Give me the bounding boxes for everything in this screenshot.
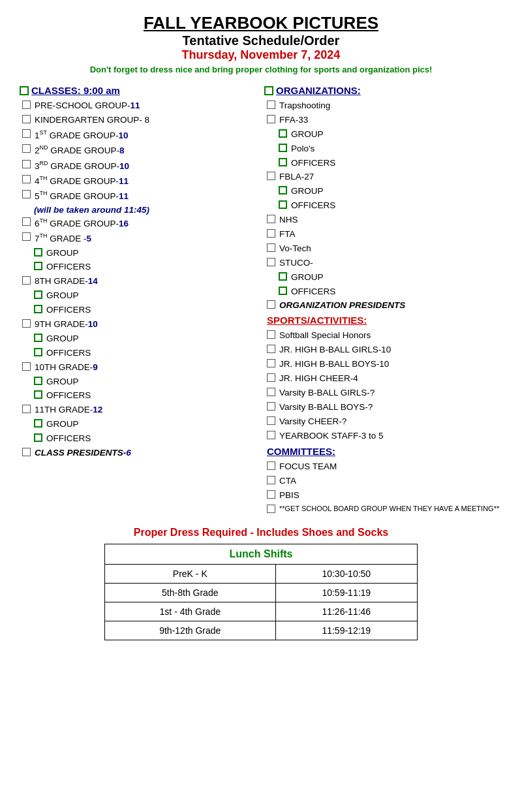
- list-item: OFFICERS: [264, 286, 502, 298]
- list-item: Vo-Tech: [264, 243, 502, 255]
- list-item: JR. HIGH CHEER-4: [264, 373, 502, 385]
- list-item: 10TH GRADE-9: [20, 362, 258, 374]
- item-checkbox[interactable]: [22, 276, 31, 285]
- item-checkbox-green[interactable]: [34, 348, 42, 356]
- table-row: 1st - 4th Grade 11:26-11:46: [105, 602, 418, 621]
- list-item: Trapshooting: [264, 100, 502, 112]
- classes-header: CLASSES: 9:00 am: [20, 85, 258, 96]
- item-checkbox-green[interactable]: [34, 419, 42, 428]
- list-item: 2ND GRADE GROUP-8: [20, 144, 258, 157]
- list-item: STUCO-: [264, 257, 502, 270]
- item-checkbox[interactable]: [267, 359, 275, 367]
- item-checkbox[interactable]: [267, 402, 275, 411]
- item-checkbox[interactable]: [22, 319, 31, 328]
- list-item: GROUP: [20, 333, 258, 345]
- item-checkbox[interactable]: [22, 115, 31, 123]
- list-item: 1ST GRADE GROUP-10: [20, 129, 258, 142]
- time-cell: 11:26-11:46: [275, 602, 417, 621]
- item-checkbox[interactable]: [267, 373, 275, 382]
- item-checkbox[interactable]: [267, 490, 275, 499]
- list-item: JR. HIGH B-BALL GIRLS-10: [264, 344, 502, 356]
- grade-cell: 5th-8th Grade: [105, 583, 276, 602]
- item-checkbox[interactable]: [267, 461, 275, 470]
- item-checkbox-green[interactable]: [34, 262, 42, 270]
- item-checkbox[interactable]: [267, 476, 275, 484]
- list-item: FFA-33: [264, 114, 502, 127]
- item-checkbox[interactable]: [267, 215, 275, 223]
- item-checkbox[interactable]: [22, 362, 31, 371]
- list-item: PBIS: [264, 490, 502, 502]
- item-checkbox[interactable]: [22, 175, 31, 183]
- item-checkbox[interactable]: [22, 217, 31, 226]
- item-checkbox[interactable]: [22, 232, 31, 241]
- left-column: CLASSES: 9:00 am PRE-SCHOOL GROUP-11 KIN…: [20, 85, 258, 516]
- list-item: OFFICERS: [20, 261, 258, 273]
- time-cell: 11:59-12:19: [275, 621, 417, 640]
- item-checkbox-green[interactable]: [34, 290, 42, 299]
- lunch-table-title: Lunch Shifts: [105, 544, 418, 564]
- organizations-checkbox[interactable]: [264, 86, 273, 95]
- table-row: 5th-8th Grade 10:59-11:19: [105, 583, 418, 602]
- list-item: 5TH GRADE GROUP-11: [20, 189, 258, 202]
- list-item: 4TH GRADE GROUP-11: [20, 174, 258, 187]
- list-item: GROUP: [20, 290, 258, 302]
- grade-cell: 9th-12th Grade: [105, 621, 276, 640]
- classes-checkbox[interactable]: [20, 86, 29, 95]
- item-checkbox[interactable]: [22, 101, 31, 109]
- table-row: 9th-12th Grade 11:59-12:19: [105, 621, 418, 640]
- item-checkbox-green[interactable]: [279, 200, 287, 209]
- organizations-header: ORGANIZATIONS:: [264, 85, 502, 96]
- item-checkbox[interactable]: [22, 129, 31, 138]
- item-checkbox[interactable]: [267, 243, 275, 252]
- item-checkbox[interactable]: [267, 388, 275, 396]
- proper-dress-notice: Proper Dress Required - Includes Shoes a…: [20, 527, 502, 539]
- list-item: 8TH GRADE-14: [20, 275, 258, 288]
- date-line: Thursday, November 7, 2024: [20, 48, 502, 62]
- item-checkbox-green[interactable]: [279, 158, 287, 166]
- list-item: FTA: [264, 228, 502, 241]
- sub-title: Tentative Schedule/Order: [20, 33, 502, 48]
- item-checkbox[interactable]: [267, 431, 275, 439]
- item-checkbox-green[interactable]: [34, 334, 42, 342]
- item-checkbox-green[interactable]: [279, 272, 287, 281]
- item-checkbox-green[interactable]: [279, 144, 287, 152]
- list-item: 7TH GRADE -5: [20, 232, 258, 245]
- list-item: OFFICERS: [20, 347, 258, 360]
- item-checkbox[interactable]: [267, 505, 275, 513]
- reminder-line: Don't forget to dress nice and bring pro…: [20, 65, 502, 74]
- item-checkbox-green[interactable]: [34, 433, 42, 442]
- item-checkbox[interactable]: [267, 258, 275, 266]
- item-checkbox[interactable]: [267, 416, 275, 425]
- list-item: NHS: [264, 214, 502, 226]
- item-checkbox-green[interactable]: [34, 305, 42, 313]
- item-checkbox-green[interactable]: [34, 248, 42, 257]
- item-checkbox[interactable]: [267, 345, 275, 353]
- item-checkbox-green[interactable]: [279, 186, 287, 195]
- right-column: ORGANIZATIONS: Trapshooting FFA-33 GROUP…: [264, 85, 502, 516]
- list-item: 11TH GRADE-12: [20, 404, 258, 416]
- item-checkbox[interactable]: [22, 405, 31, 413]
- item-checkbox-green[interactable]: [34, 377, 42, 385]
- org-presidents: ORGANIZATION PRESIDENTS: [264, 300, 502, 312]
- list-item: Varsity B-BALL GIRLS-?: [264, 387, 502, 399]
- committees-header: COMMITTEES:: [264, 446, 502, 457]
- item-checkbox[interactable]: [22, 448, 31, 456]
- item-checkbox-green[interactable]: [34, 390, 42, 399]
- list-item: 6TH GRADE GROUP-16: [20, 217, 258, 230]
- item-checkbox[interactable]: [267, 172, 275, 180]
- item-checkbox-green[interactable]: [279, 287, 287, 295]
- list-item: GROUP: [264, 129, 502, 141]
- item-checkbox[interactable]: [267, 300, 275, 309]
- item-checkbox[interactable]: [267, 229, 275, 238]
- list-item: GROUP: [264, 272, 502, 284]
- item-checkbox[interactable]: [267, 330, 275, 339]
- item-checkbox-green[interactable]: [279, 129, 287, 138]
- item-checkbox[interactable]: [22, 160, 31, 168]
- item-checkbox[interactable]: [267, 101, 275, 109]
- list-item: GROUP: [264, 185, 502, 198]
- item-checkbox[interactable]: [22, 144, 31, 153]
- item-checkbox[interactable]: [267, 115, 275, 123]
- item-checkbox[interactable]: [22, 190, 31, 198]
- list-item: JR. HIGH B-BALL BOYS-10: [264, 358, 502, 371]
- main-title: FALL YEARBOOK PICTURES: [20, 13, 502, 33]
